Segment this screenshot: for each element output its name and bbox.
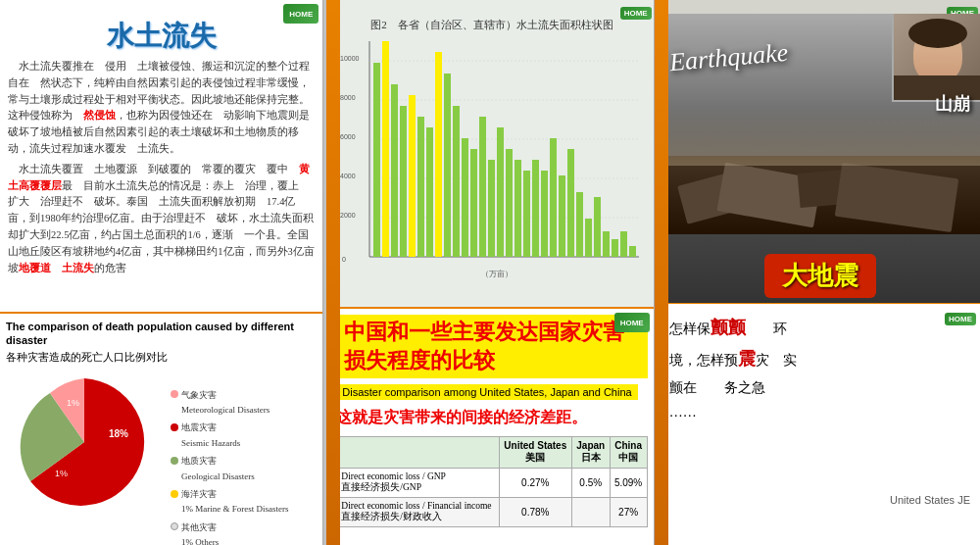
svg-text:0: 0 xyxy=(342,256,346,263)
home-logo-left-top[interactable]: HOME xyxy=(283,4,318,24)
bar-guangxi xyxy=(470,149,477,257)
home-logo-label-4: HOME xyxy=(945,313,976,325)
pie-legend: 气象灾害 Meteorological Disasters 地震灾害 Seism… xyxy=(171,388,288,545)
us-je-text: United States JE xyxy=(890,494,970,506)
table-cell-us-1: 0.27% xyxy=(499,469,571,498)
table-cell-us-2: 0.78% xyxy=(499,498,571,527)
protect-line-2b: 灾 实 xyxy=(756,353,797,368)
soil-erosion-text-2: 水土流失覆置 土地覆源 到破覆的 常覆的覆灾 覆中 黄土高覆覆层最 目前水土流失… xyxy=(8,162,315,277)
bar-hebei xyxy=(497,127,504,257)
protect-text: 怎样保颤颤 环 境，怎样预震灾 实 颤在 务之急 …… xyxy=(669,312,972,424)
earthquake-section: HOME Earthquake 山崩 xyxy=(662,0,980,304)
pie-chart-area: 18% 1% 1% 气象灾害 Meteorological Disasters xyxy=(6,369,317,545)
bar-sichuan xyxy=(400,106,407,257)
table-row: Direct economic loss / Financial income直… xyxy=(337,498,647,527)
home-logo-right-bottom[interactable]: HOME xyxy=(945,308,976,325)
soil-erosion-text-1: 水土流失覆推在 侵用 土壤被侵蚀、搬运和沉淀的整个过程自在 然状态下，纯粹由自然… xyxy=(8,59,315,158)
table-cell-china-1: 5.09% xyxy=(610,469,647,498)
bar-shaanxi xyxy=(435,52,442,257)
bar-xizang xyxy=(391,84,398,257)
protect-highlight-2: 震 xyxy=(738,349,756,369)
left-panel: HOME 水土流失 水土流失覆推在 侵用 土壤被侵蚀、搬运和沉淀的整个过程自在 … xyxy=(0,0,323,545)
protect-line-2: 境，怎样预 xyxy=(669,353,738,368)
disaster-comparison-section: HOME 中国和一些主要发达国家灾害损失程度的比较 Disaster compa… xyxy=(330,309,653,545)
legend-label-marine: 海洋灾害 xyxy=(181,487,217,501)
legend-label-other: 其他灾害 xyxy=(181,520,217,534)
bar-chart-section: HOME 图2 各省（自治区、直辖市）水土流失面积柱状图 0 2000 4000… xyxy=(330,0,653,309)
legend-item-seismic: 地震灾害 xyxy=(171,421,288,434)
legend-color-meteorological xyxy=(171,390,178,398)
bar-shanxi xyxy=(444,74,451,257)
protection-section: HOME 怎样保颤颤 环 境，怎样预震灾 实 颤在 务之急 …… United … xyxy=(662,304,980,545)
bar-heilongjiang xyxy=(453,106,460,257)
legend-item-other: 其他灾害 xyxy=(171,520,288,534)
bar-jiangxi xyxy=(541,171,548,257)
legend-label-geological: 地质灾害 xyxy=(181,454,217,468)
bar-zhejiang xyxy=(576,192,583,257)
protect-highlight: 颤颤 xyxy=(710,318,746,337)
protect-line-3: 颤在 务之急 xyxy=(669,380,765,395)
svg-text:（万亩）: （万亩） xyxy=(481,270,513,278)
protect-line-1: 怎样保 xyxy=(669,322,710,336)
legend-item-marine-en: 1% Marine & Forest Disasters xyxy=(181,502,288,516)
vertical-separator-2 xyxy=(655,0,668,545)
legend-item-other-en: 1% Others xyxy=(181,535,288,545)
bar-guizhou xyxy=(479,117,486,257)
home-logo-label: HOME xyxy=(620,7,652,20)
legend-label-en: Meteorological Disasters xyxy=(181,403,270,417)
bar-gansu xyxy=(409,95,416,257)
table-cell-label-2: Direct economic loss / Financial income直… xyxy=(337,498,499,527)
bar-jilin xyxy=(532,160,539,257)
bar-yunnan xyxy=(426,127,433,257)
svg-text:8000: 8000 xyxy=(340,94,356,101)
table-row: Direct economic loss / GNP直接经济损失/GNP 0.2… xyxy=(337,469,647,498)
table-header-label xyxy=(337,437,499,469)
legend-item-seismic-en: Seismic Hazards xyxy=(181,436,288,450)
svg-text:6000: 6000 xyxy=(340,133,356,140)
bar-shandong xyxy=(567,149,574,257)
table-header-china: China中国 xyxy=(610,437,647,469)
legend-color-seismic xyxy=(171,423,178,431)
soil-erosion-section: HOME 水土流失 水土流失覆推在 侵用 土壤被侵蚀、搬运和沉淀的整个过程自在 … xyxy=(0,0,322,314)
portrait-hair xyxy=(908,19,967,48)
protect-line-1b: 环 xyxy=(746,322,787,336)
pie-label-2: 1% xyxy=(55,469,68,478)
pie-chart: 18% 1% 1% xyxy=(6,369,163,516)
legend-item-meteorological: 气象灾害 xyxy=(171,388,288,402)
bar-shanghai xyxy=(629,246,636,257)
table-header-japan: Japan日本 xyxy=(571,437,610,469)
legend-item-marine: 海洋灾害 xyxy=(171,487,288,501)
table-header-us: United States美国 xyxy=(499,437,571,469)
svg-text:4000: 4000 xyxy=(340,173,356,179)
table-cell-japan-2 xyxy=(571,498,610,527)
vertical-separator-1 xyxy=(326,0,340,545)
disaster-title-chinese: 中国和一些主要发达国家灾害损失程度的比较 xyxy=(336,315,647,378)
ruins-imagery xyxy=(662,107,980,234)
table-cell-china-2: 27% xyxy=(610,498,647,527)
protect-ellipsis: …… xyxy=(669,405,697,420)
pie-title-english: The comparison of death population cause… xyxy=(6,320,317,348)
bar-ningxia xyxy=(594,197,601,257)
bar-beijing xyxy=(585,219,592,257)
right-panel: HOME Earthquake 山崩 xyxy=(662,0,980,545)
legend-item-meteorological-en: Meteorological Disasters xyxy=(181,403,288,417)
legend-label-seismic: 地震灾害 xyxy=(181,421,217,434)
table-cell-japan-1: 0.5% xyxy=(571,469,610,498)
bar-hubei xyxy=(514,160,521,257)
earthquake-badge-cn: 大地震 xyxy=(764,254,876,298)
legend-color-marine xyxy=(171,490,178,498)
bar-anhui xyxy=(559,175,565,257)
economic-note: 这就是灾害带来的间接的经济差距。 xyxy=(336,408,647,428)
legend-item-geological: 地质灾害 xyxy=(171,454,288,468)
bar-hainan xyxy=(620,231,627,257)
home-logo-mid-top[interactable]: HOME xyxy=(620,2,652,20)
pie-title-chinese: 各种灾害造成的死亡人口比例对比 xyxy=(6,350,317,365)
home-logo-mid-bottom[interactable]: HOME xyxy=(614,313,650,332)
soil-erosion-title: 水土流失 xyxy=(8,18,315,55)
bar-henan xyxy=(550,138,557,257)
portrait-image xyxy=(892,14,980,102)
legend-color-geological xyxy=(171,457,178,465)
disaster-subtitle-english: Disaster comparison among United States,… xyxy=(336,384,637,400)
legend-color-other xyxy=(171,522,178,530)
dust-cloud xyxy=(662,107,980,166)
